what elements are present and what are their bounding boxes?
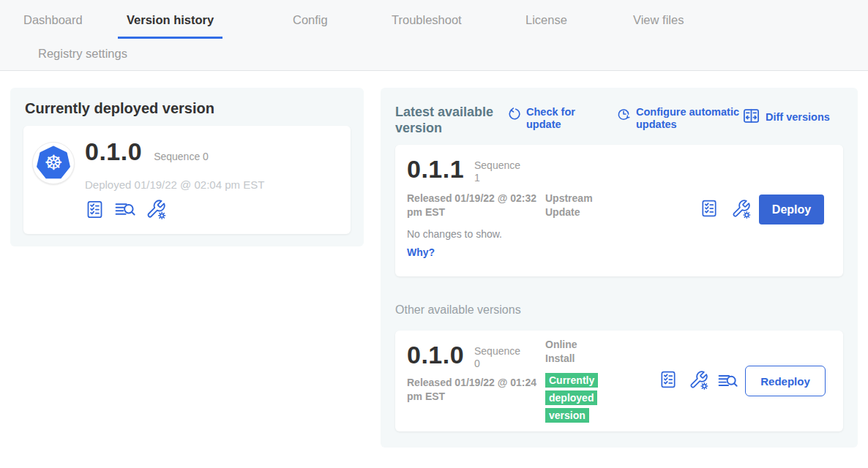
other-available-versions-title: Other available versions (395, 303, 521, 317)
latest-source-label: Upstream Update (545, 192, 615, 219)
current-sequence-label: Sequence 0 (154, 151, 209, 163)
configure-automatic-updates-link[interactable]: Configure automatic updates (616, 106, 753, 131)
edit-config-icon[interactable] (146, 199, 166, 219)
latest-version-number: 0.1.1 (407, 155, 464, 183)
latest-released-timestamp: Released 01/19/22 @ 02:32 pm EST (407, 192, 553, 219)
latest-sequence-label: Sequence 1 (474, 159, 527, 184)
other-released-timestamp: Released 01/19/22 @ 01:24 pm EST (407, 376, 553, 404)
tab-dashboard[interactable]: Dashboard (15, 7, 91, 37)
tab-config[interactable]: Config (284, 7, 337, 37)
deploy-button[interactable]: Deploy (759, 195, 824, 224)
currently-deployed-panel: Currently deployed version ☸ 0.1.0 Seque… (10, 88, 364, 246)
current-deployed-timestamp: Deployed 01/19/22 @ 02:04 pm EST (85, 178, 264, 191)
other-sequence-label: Sequence 0 (474, 345, 527, 370)
automatic-updates-icon (616, 106, 631, 131)
current-version-number: 0.1.0 (85, 137, 142, 165)
latest-available-title: Latest available version (395, 104, 505, 136)
other-source-label: Online Install (545, 338, 596, 366)
latest-version-card: 0.1.1 Sequence 1 Released 01/19/22 @ 02:… (395, 145, 843, 276)
tab-registry-settings[interactable]: Registry settings (29, 41, 136, 70)
app-header: Dashboard Version history Config Trouble… (0, 0, 868, 71)
latest-available-panel: Latest available version Check for updat… (381, 88, 858, 448)
diff-versions-icon (742, 106, 760, 128)
tab-version-history[interactable]: Version history (118, 7, 222, 39)
preflight-checks-icon[interactable] (85, 200, 105, 219)
preflight-checks-icon[interactable] (659, 370, 678, 389)
currently-deployed-title: Currently deployed version (25, 100, 214, 117)
currently-deployed-badge: Currently deployed version (545, 371, 598, 424)
check-update-icon (506, 106, 521, 131)
no-changes-text: No changes to show. (407, 228, 502, 240)
view-deploy-logs-icon[interactable] (114, 200, 136, 219)
preflight-checks-icon[interactable] (700, 199, 719, 218)
check-for-update-link[interactable]: Check for update (506, 106, 586, 131)
tab-license[interactable]: License (517, 7, 576, 37)
currently-deployed-card: ☸ 0.1.0 Sequence 0 Deployed 01/19/22 @ 0… (23, 126, 351, 234)
svg-text:☸: ☸ (44, 151, 62, 175)
tab-view-files[interactable]: View files (624, 7, 692, 37)
kubernetes-logo-icon: ☸ (32, 142, 75, 184)
redeploy-button[interactable]: Redeploy (745, 366, 826, 396)
other-version-card: 0.1.0 Sequence 0 Online Install Released… (395, 331, 843, 431)
edit-config-icon[interactable] (689, 370, 708, 390)
why-link[interactable]: Why? (407, 246, 435, 258)
view-deploy-logs-icon[interactable] (717, 371, 738, 390)
edit-config-icon[interactable] (731, 199, 751, 219)
diff-versions-link[interactable]: Diff versions (742, 106, 830, 128)
tab-troubleshoot[interactable]: Troubleshoot (383, 7, 471, 37)
other-version-number: 0.1.0 (407, 341, 464, 369)
